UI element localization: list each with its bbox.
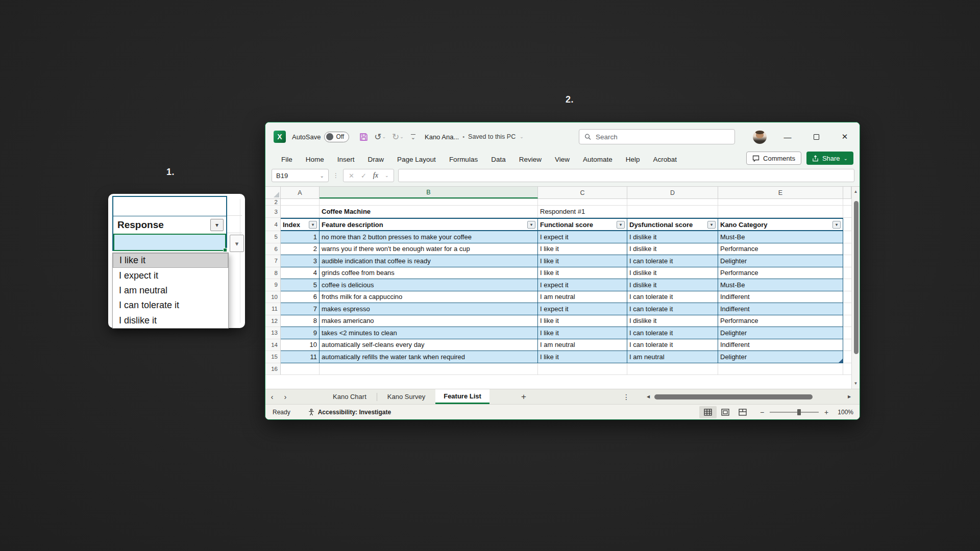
sheet-nav-left[interactable]: ‹ (265, 392, 279, 401)
empty-cell[interactable] (113, 197, 226, 216)
row-header[interactable]: 12 (265, 315, 281, 328)
response-header-cell[interactable]: Response ▾ (113, 216, 226, 234)
redo-button[interactable]: ↻ ⌄ (392, 132, 404, 142)
normal-view-button[interactable] (699, 406, 717, 418)
cancel-button[interactable]: ✕ (349, 172, 354, 180)
ribbon-tab-page-layout[interactable]: Page Layout (390, 151, 443, 168)
cell-dysfunctional[interactable]: I am neutral (627, 351, 718, 363)
ribbon-tab-insert[interactable]: Insert (331, 151, 361, 168)
horizontal-scroll-track[interactable] (652, 394, 845, 400)
fill-handle[interactable] (223, 248, 227, 252)
ribbon-tab-help[interactable]: Help (619, 151, 647, 168)
horizontal-scroll-thumb[interactable] (654, 394, 813, 399)
quick-access-toolbar-button[interactable]: ⌄ (411, 134, 415, 140)
cell-functional[interactable]: I expect it (538, 303, 627, 315)
cell[interactable] (538, 199, 627, 206)
row-header[interactable]: 8 (265, 267, 281, 280)
close-button[interactable]: ✕ (837, 129, 852, 144)
sheet-options-button[interactable]: ⋮ (623, 393, 630, 401)
zoom-slider-thumb[interactable] (797, 409, 801, 415)
accessibility-status[interactable]: Accessibility: Investigate (308, 409, 391, 416)
cell-category[interactable]: Performance (718, 315, 843, 328)
ribbon-tab-view[interactable]: View (548, 151, 576, 168)
ribbon-tab-acrobat[interactable]: Acrobat (647, 151, 684, 168)
zoom-in-button[interactable]: + (823, 408, 830, 416)
cell[interactable] (538, 363, 627, 375)
cell-dysfunctional[interactable]: I can tolerate it (627, 327, 718, 339)
cell-functional[interactable]: I am neutral (538, 291, 627, 304)
cell[interactable] (718, 206, 843, 218)
cell-category[interactable]: Delighter (718, 255, 843, 267)
cell-category[interactable]: Must-Be (718, 231, 843, 243)
cell-index[interactable]: 11 (281, 351, 320, 363)
selected-response-cell[interactable] (113, 234, 226, 251)
filter-button[interactable]: ▾ (527, 221, 535, 229)
cell-index[interactable]: 6 (281, 291, 320, 304)
cell-functional[interactable]: I like it (538, 267, 627, 280)
filter-button[interactable]: ▾ (832, 221, 841, 229)
row-header[interactable]: 5 (265, 231, 281, 243)
cell-sheet-title[interactable]: Coffee Machine (320, 206, 538, 218)
cell-functional[interactable]: I like it (538, 315, 627, 328)
sheet-tab-kano-survey[interactable]: Kano Survey (377, 389, 435, 404)
filter-dropdown-button[interactable]: ▾ (210, 219, 224, 231)
new-sheet-button[interactable]: + (521, 392, 526, 402)
ribbon-tab-home[interactable]: Home (299, 151, 331, 168)
document-title-group[interactable]: Kano Ana... • Saved to this PC ⌄ (425, 133, 524, 141)
cell-category[interactable]: Performance (718, 267, 843, 280)
cell-index[interactable]: 4 (281, 267, 320, 280)
response-option[interactable]: I am neutral (113, 283, 228, 298)
row-header[interactable]: 13 (265, 327, 281, 339)
cell-dysfunctional[interactable]: I can tolerate it (627, 303, 718, 315)
cell-respondent[interactable]: Respondent #1 (538, 206, 627, 218)
filter-button[interactable]: ▾ (309, 221, 317, 229)
maximize-button[interactable] (808, 129, 824, 144)
cell-functional[interactable]: I like it (538, 243, 627, 256)
vertical-scrollbar[interactable]: ▲ ▼ (851, 187, 860, 389)
row-header[interactable]: 9 (265, 279, 281, 291)
page-break-view-button[interactable] (734, 406, 751, 418)
cell-dropdown-button[interactable]: ▾ (230, 235, 244, 252)
sheet-nav-right[interactable]: › (279, 392, 292, 401)
excel-logo-icon[interactable]: X (274, 131, 286, 143)
cell-dysfunctional[interactable]: I dislike it (627, 315, 718, 328)
row-header[interactable]: 15 (265, 351, 281, 363)
search-input[interactable] (596, 133, 729, 141)
cell-dysfunctional[interactable]: I dislike it (627, 267, 718, 280)
cell-dysfunctional[interactable]: I dislike it (627, 243, 718, 256)
page-layout-view-button[interactable] (717, 406, 734, 418)
zoom-slider[interactable] (770, 412, 819, 413)
cell-functional[interactable]: I like it (538, 327, 627, 339)
row-header[interactable]: 6 (265, 243, 281, 256)
sheet-tab-feature-list[interactable]: Feature List (435, 389, 489, 404)
formula-input[interactable] (398, 169, 854, 182)
cell-category[interactable]: Indifferent (718, 303, 843, 315)
cell-feature[interactable]: makes espresso (320, 303, 538, 315)
cell[interactable] (718, 199, 843, 206)
filter-button[interactable]: ▾ (707, 221, 716, 229)
response-option[interactable]: I expect it (113, 268, 228, 283)
row-header[interactable]: 2 (265, 199, 281, 206)
save-button[interactable] (359, 133, 368, 141)
cell-functional[interactable]: I expect it (538, 231, 627, 243)
column-header-e[interactable]: E (718, 187, 843, 198)
header-cell-index[interactable]: Index ▾ (281, 218, 320, 231)
response-option[interactable]: I like it (113, 253, 228, 268)
header-cell-feature[interactable]: Feature description ▾ (320, 218, 538, 231)
zoom-out-button[interactable]: − (758, 408, 766, 416)
minimize-button[interactable]: — (780, 129, 795, 144)
header-cell-functional[interactable]: Functional score ▾ (538, 218, 627, 231)
search-bar[interactable] (579, 129, 735, 144)
ribbon-tab-review[interactable]: Review (512, 151, 548, 168)
select-all-button[interactable] (265, 187, 281, 198)
user-avatar[interactable] (753, 130, 767, 144)
cell[interactable] (281, 206, 320, 218)
cell-index[interactable]: 1 (281, 231, 320, 243)
header-cell-category[interactable]: Kano Category ▾ (718, 218, 843, 231)
scroll-up-icon[interactable]: ▲ (854, 187, 858, 196)
row-header[interactable]: 11 (265, 303, 281, 315)
horizontal-scrollbar[interactable]: ◀ ▶ (644, 389, 853, 404)
row-header[interactable]: 3 (265, 206, 281, 218)
vertical-scroll-thumb[interactable] (854, 201, 859, 354)
cell-functional[interactable]: I like it (538, 351, 627, 363)
